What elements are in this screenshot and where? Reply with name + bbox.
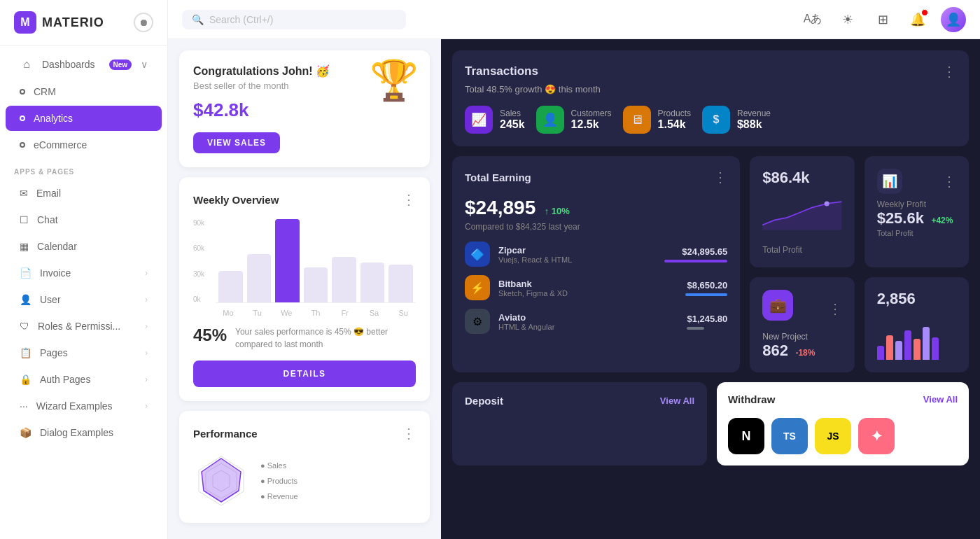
search-placeholder: Search (Ctrl+/) — [209, 14, 273, 25]
perf-content: ● Sales ● Products ● Revenue — [193, 453, 416, 509]
right-panel: Transactions ⋮ Total 48.5% growth 😍 this… — [441, 39, 980, 539]
sidebar: M MATERIO ⏺ ⌂ Dashboards New ∨ CRM Analy… — [0, 0, 168, 539]
mini-bar — [886, 335, 893, 360]
sidebar-item-label: Roles & Permissi... — [38, 321, 120, 332]
aviato-amount: $1,245.80 — [687, 314, 727, 324]
project-row: 💼 ⋮ New Project 862 -18% 2,856 — [750, 277, 969, 372]
brightness-icon[interactable]: ☀ — [836, 8, 860, 31]
np-value-row: 862 -18% — [762, 342, 841, 360]
stat-products: 🖥 Products 1.54k — [623, 106, 691, 134]
sidebar-item-label: User — [40, 294, 61, 305]
zipcar-info: Zipcar Vuejs, React & HTML — [498, 245, 656, 264]
chat-icon: ☐ — [20, 214, 29, 225]
more-button[interactable]: ⋮ — [402, 191, 416, 208]
np-label: New Project — [762, 332, 841, 342]
sidebar-item-label: Invoice — [40, 267, 71, 279]
dot-icon — [20, 115, 25, 121]
right-sub-col: $86.4k Total Profit — [750, 156, 969, 372]
withdraw-card: Withdraw View All N TS JS ✦ — [717, 382, 969, 465]
chart-bars — [216, 219, 416, 303]
sidebar-item-user[interactable]: 👤 User › — [6, 287, 162, 312]
stat-sales: 📈 Sales 245k — [465, 106, 525, 134]
sidebar-item-dialog[interactable]: 📦 Dialog Examples — [6, 420, 162, 445]
sidebar-item-label: Auth Pages — [40, 374, 90, 385]
calendar-icon: ▦ — [20, 241, 29, 252]
perf-labels: ● Sales ● Products ● Revenue — [260, 458, 298, 504]
overview-footer: 45% Your sales performance is 45% 😎 bett… — [193, 326, 416, 351]
tech-logo-next: N — [728, 418, 764, 454]
wp-more-button[interactable]: ⋮ — [942, 173, 956, 190]
user-icon: 👤 — [20, 294, 31, 305]
sidebar-item-ecommerce[interactable]: eCommerce — [6, 132, 162, 158]
project-icon: 💼 — [762, 290, 793, 321]
revenue-label: Revenue — [737, 108, 771, 118]
search-icon: 🔍 — [192, 14, 204, 25]
zipcar-progress — [664, 260, 727, 262]
bar-sa — [360, 262, 385, 302]
trans-more-button[interactable]: ⋮ — [942, 63, 956, 80]
count-value: 2,856 — [877, 290, 956, 308]
new-badge: New — [109, 59, 132, 70]
view-sales-button[interactable]: VIEW SALES — [193, 132, 280, 153]
arrow-icon: › — [145, 268, 148, 278]
weekly-profit-value: $25.6k — [877, 209, 924, 227]
earning-amount: $24,895 — [465, 197, 536, 218]
performance-card: Performance ⋮ ● Sales ● Products ● Reven — [179, 411, 430, 523]
user-avatar[interactable]: 👤 — [941, 7, 966, 32]
sidebar-item-analytics[interactable]: Analytics — [6, 106, 162, 131]
revenue-icon: $ — [702, 106, 730, 134]
bell-icon[interactable]: 🔔 — [906, 8, 930, 31]
tech-logo-figma: ✦ — [858, 418, 895, 454]
sidebar-item-chat[interactable]: ☐ Chat — [6, 207, 162, 232]
sidebar-item-label: Dashboards — [42, 59, 95, 70]
sales-label: Sales — [500, 108, 525, 118]
earning-title: Total Earning — [465, 172, 531, 183]
chart-area: 90k 60k 30k 0k Mo — [193, 219, 416, 317]
arrow-icon: › — [145, 374, 148, 384]
record-button[interactable]: ⏺ — [134, 13, 153, 32]
earning-list: 🔷 Zipcar Vuejs, React & HTML $24,895.65 — [465, 241, 727, 334]
deposit-view-all[interactable]: View All — [660, 396, 694, 406]
pages-icon: 📋 — [20, 347, 31, 358]
search-box[interactable]: 🔍 Search (Ctrl+/) — [182, 10, 406, 29]
withdraw-view-all[interactable]: View All — [923, 394, 958, 405]
trophy-icon: 🏆 — [370, 57, 419, 104]
transactions-subtitle: Total 48.5% growth 😍 this month — [465, 84, 956, 94]
aviato-progress — [687, 327, 704, 330]
stat-info: Products 1.54k — [658, 108, 691, 131]
aviato-info: Aviato HTML & Angular — [498, 312, 678, 331]
perf-more-button[interactable]: ⋮ — [402, 425, 416, 442]
sidebar-item-email[interactable]: ✉ Email — [6, 181, 162, 206]
withdraw-header: Withdraw View All — [728, 393, 958, 405]
dot-icon — [20, 142, 25, 148]
sidebar-item-invoice[interactable]: 📄 Invoice › — [6, 260, 162, 286]
project-value: 862 — [762, 342, 788, 359]
topbar: 🔍 Search (Ctrl+/) Aあ ☀ ⊞ 🔔 👤 — [168, 0, 980, 39]
profit-chart-card: $86.4k Total Profit — [750, 156, 854, 267]
bitbank-amount-col: $8,650.20 — [685, 280, 727, 296]
bar-mo — [218, 271, 243, 302]
transaction-stats: 📈 Sales 245k 👤 Customers 12.5k — [465, 106, 956, 134]
np-more-button[interactable]: ⋮ — [828, 300, 842, 317]
logo-text: MATERIO — [42, 15, 104, 30]
sidebar-item-wizard[interactable]: ··· Wizard Examples › — [6, 393, 162, 419]
trans-header: Transactions ⋮ — [465, 63, 956, 80]
stat-info: Customers 12.5k — [571, 108, 612, 131]
sidebar-item-auth[interactable]: 🔒 Auth Pages › — [6, 367, 162, 392]
profit-row: $86.4k Total Profit — [750, 156, 969, 267]
sales-value: 245k — [500, 118, 525, 131]
middle-row: Total Earning ⋮ $24,895 ↑ 10% Compared t… — [452, 156, 969, 372]
translate-icon[interactable]: Aあ — [801, 8, 825, 31]
earning-more-button[interactable]: ⋮ — [713, 169, 727, 186]
sidebar-item-calendar[interactable]: ▦ Calendar — [6, 234, 162, 259]
sidebar-item-crm[interactable]: CRM — [6, 79, 162, 104]
bitbank-info: Bitbank Sketch, Figma & XD — [498, 279, 677, 298]
sidebar-item-dashboards[interactable]: ⌂ Dashboards New ∨ — [6, 51, 162, 78]
grid-icon[interactable]: ⊞ — [871, 8, 895, 31]
sidebar-item-pages[interactable]: 📋 Pages › — [6, 340, 162, 365]
details-button[interactable]: DETAILS — [193, 360, 416, 387]
sidebar-item-label: Calendar — [37, 241, 77, 252]
sidebar-item-roles[interactable]: 🛡 Roles & Permissi... › — [6, 314, 162, 339]
topbar-actions: Aあ ☀ ⊞ 🔔 👤 — [801, 7, 966, 32]
mini-bar — [932, 337, 939, 360]
